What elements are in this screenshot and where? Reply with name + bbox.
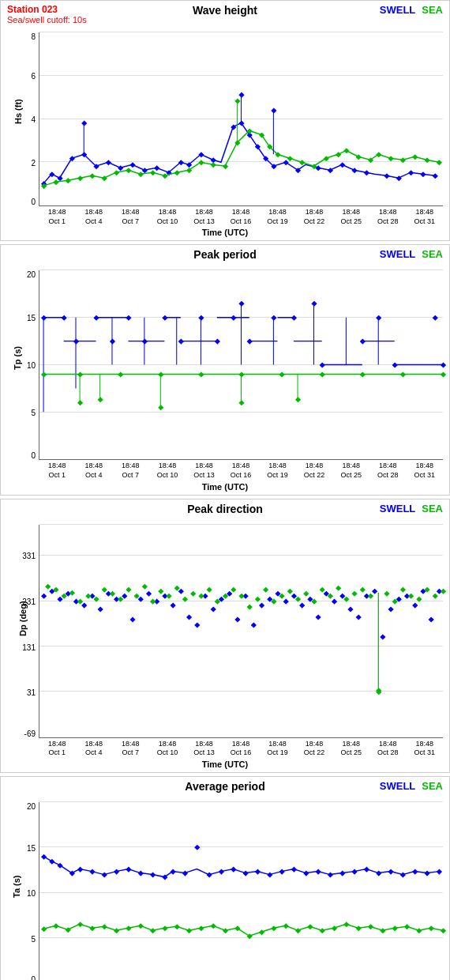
svg-rect-112 bbox=[376, 315, 381, 321]
svg-rect-157 bbox=[178, 588, 184, 594]
sea-legend: SEA bbox=[422, 4, 443, 16]
x-tick-pd-oct16: 18:48Oct 16 bbox=[223, 740, 260, 758]
svg-rect-199 bbox=[118, 596, 123, 601]
svg-rect-290 bbox=[223, 928, 228, 933]
svg-rect-33 bbox=[433, 173, 438, 179]
wave-height-svg bbox=[39, 32, 443, 205]
svg-rect-159 bbox=[194, 622, 200, 628]
x-axis-pp: 18:48Oct 1 18:48Oct 4 18:48Oct 7 18:48Oc… bbox=[1, 460, 449, 480]
svg-rect-190 bbox=[45, 583, 51, 589]
svg-rect-253 bbox=[182, 871, 188, 876]
x-tick-pp-oct31: 18:48Oct 31 bbox=[406, 462, 443, 480]
svg-rect-269 bbox=[376, 871, 381, 876]
svg-rect-95 bbox=[73, 339, 79, 345]
svg-rect-250 bbox=[150, 873, 156, 878]
svg-rect-284 bbox=[150, 928, 156, 933]
svg-rect-135 bbox=[279, 372, 284, 378]
x-tick-oct7: 18:48Oct 7 bbox=[112, 208, 149, 226]
svg-rect-6 bbox=[106, 160, 111, 165]
svg-rect-236 bbox=[416, 596, 422, 601]
svg-rect-47 bbox=[198, 160, 204, 165]
sea-pp-dots bbox=[41, 372, 446, 411]
svg-rect-210 bbox=[207, 586, 212, 592]
svg-rect-158 bbox=[186, 614, 192, 620]
svg-rect-256 bbox=[219, 869, 224, 875]
x-tick-pd-oct28: 18:48Oct 28 bbox=[369, 740, 407, 758]
svg-rect-176 bbox=[332, 598, 337, 604]
swell-line bbox=[43, 122, 435, 183]
svg-rect-55 bbox=[287, 156, 293, 161]
x-tick-pd-oct22: 18:48Oct 22 bbox=[296, 740, 333, 758]
y-tick-6: 6 bbox=[31, 72, 36, 81]
svg-rect-113 bbox=[392, 363, 398, 368]
x-tick-oct10: 18:48Oct 10 bbox=[149, 208, 186, 226]
svg-rect-147 bbox=[98, 606, 103, 612]
svg-rect-97 bbox=[110, 339, 115, 345]
y-axis-pd: Dp (deg) -69 31 131 231 331 bbox=[4, 525, 39, 738]
svg-rect-142 bbox=[57, 596, 62, 601]
x-tick-oct31: 18:48Oct 31 bbox=[406, 208, 443, 226]
svg-rect-65 bbox=[400, 157, 406, 163]
svg-rect-280 bbox=[102, 924, 107, 929]
x-label-pd: Time (UTC) bbox=[1, 758, 449, 772]
svg-rect-67 bbox=[424, 157, 429, 163]
avg-period-legend: SWELL SEA bbox=[380, 780, 443, 792]
svg-rect-26 bbox=[339, 162, 345, 168]
svg-rect-152 bbox=[138, 596, 144, 601]
svg-rect-182 bbox=[380, 634, 385, 639]
svg-rect-9 bbox=[142, 168, 148, 173]
svg-rect-287 bbox=[186, 928, 192, 933]
svg-rect-261 bbox=[279, 869, 284, 875]
svg-rect-136 bbox=[320, 372, 325, 378]
svg-rect-283 bbox=[138, 923, 144, 929]
svg-rect-14 bbox=[198, 152, 204, 157]
svg-rect-138 bbox=[400, 372, 406, 378]
svg-rect-110 bbox=[320, 363, 325, 368]
station-name: Station 023 bbox=[7, 4, 87, 15]
x-tick-oct13: 18:48Oct 13 bbox=[186, 208, 223, 226]
y-tick-pp-5: 5 bbox=[31, 409, 36, 417]
svg-rect-93 bbox=[41, 315, 47, 321]
sea-pd-dots bbox=[45, 583, 446, 693]
swell-pp-lines bbox=[43, 318, 443, 365]
svg-rect-214 bbox=[238, 593, 244, 598]
svg-rect-260 bbox=[267, 873, 272, 878]
x-tick-pp-oct22: 18:48Oct 22 bbox=[296, 462, 333, 480]
x-label-wave: Time (UTC) bbox=[1, 226, 449, 240]
y-tick-ap-0: 0 bbox=[31, 975, 36, 980]
svg-rect-99 bbox=[142, 339, 148, 345]
swell-legend-ap: SWELL bbox=[380, 780, 416, 792]
x-tick-pd-oct13: 18:48Oct 13 bbox=[186, 740, 223, 758]
svg-rect-61 bbox=[356, 154, 362, 160]
svg-rect-304 bbox=[392, 925, 398, 931]
x-tick-oct25: 18:48Oct 25 bbox=[332, 208, 369, 226]
peak-dir-svg bbox=[39, 525, 443, 737]
svg-rect-103 bbox=[215, 339, 220, 345]
svg-rect-10 bbox=[154, 165, 159, 171]
svg-rect-307 bbox=[429, 925, 434, 931]
svg-rect-52 bbox=[259, 132, 264, 138]
y-tick-pd-131: 131 bbox=[22, 643, 36, 651]
svg-rect-274 bbox=[437, 869, 442, 875]
svg-rect-41 bbox=[126, 168, 131, 173]
svg-rect-195 bbox=[85, 593, 91, 598]
cutoff-info: Sea/swell cutoff: 10s bbox=[7, 15, 87, 24]
svg-rect-167 bbox=[259, 602, 264, 608]
peak-period-chart: Peak period SWELL SEA Tp (s) 0 5 10 15 2… bbox=[0, 244, 450, 495]
svg-rect-266 bbox=[339, 871, 345, 876]
svg-rect-232 bbox=[384, 590, 389, 596]
svg-rect-31 bbox=[408, 170, 414, 175]
svg-rect-285 bbox=[162, 925, 167, 931]
svg-rect-172 bbox=[299, 602, 305, 608]
wave-height-plot bbox=[39, 32, 443, 206]
y-tick-pd-n69: -69 bbox=[24, 729, 36, 738]
avg-period-plot bbox=[39, 802, 443, 980]
svg-rect-139 bbox=[441, 372, 446, 378]
svg-rect-208 bbox=[190, 590, 196, 596]
svg-rect-106 bbox=[247, 339, 253, 345]
svg-rect-96 bbox=[93, 315, 99, 321]
x-tick-pp-oct25: 18:48Oct 25 bbox=[332, 462, 369, 480]
svg-rect-299 bbox=[332, 925, 337, 931]
svg-rect-198 bbox=[110, 590, 115, 596]
peak-period-legend: SWELL SEA bbox=[380, 248, 443, 260]
